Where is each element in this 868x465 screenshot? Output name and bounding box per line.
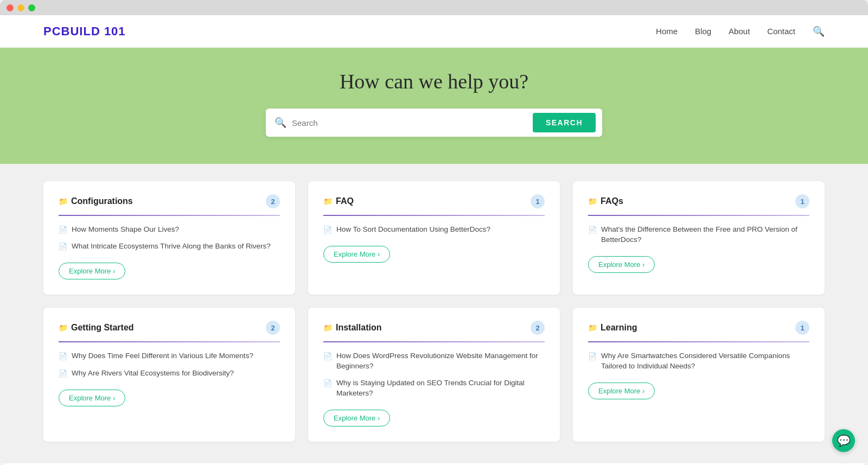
doc-icon: 📄 bbox=[323, 352, 332, 361]
folder-icon: 📁 bbox=[59, 323, 68, 332]
card-title: Getting Started bbox=[71, 323, 134, 333]
site-logo: PCBUILD 101 bbox=[43, 24, 126, 39]
doc-icon: 📄 bbox=[59, 242, 67, 252]
doc-icon: 📄 bbox=[323, 225, 332, 235]
card-count-badge: 1 bbox=[795, 194, 809, 208]
hero-section: How can we help you? 🔍 SEARCH bbox=[0, 48, 868, 164]
doc-list: 📄 Why Does Time Feel Different in Variou… bbox=[59, 351, 280, 378]
explore-more-button[interactable]: Explore More › bbox=[59, 263, 125, 279]
doc-item: 📄 How To Sort Documentation Using Better… bbox=[323, 225, 545, 235]
doc-title: What Intricate Ecosystems Thrive Along t… bbox=[72, 241, 271, 252]
card-title: FAQ bbox=[336, 196, 354, 206]
card-title: Learning bbox=[601, 323, 637, 333]
search-bar: 🔍 SEARCH bbox=[266, 109, 602, 137]
doc-list: 📄 How To Sort Documentation Using Better… bbox=[323, 225, 545, 235]
card-count-badge: 1 bbox=[795, 321, 809, 335]
card-title: Configurations bbox=[71, 196, 133, 206]
card-count-badge: 2 bbox=[266, 321, 280, 335]
traffic-light-yellow[interactable] bbox=[17, 4, 24, 11]
search-icon: 🔍 bbox=[275, 117, 286, 129]
doc-title: What's the Difference Between the Free a… bbox=[601, 225, 809, 245]
doc-item: 📄 Why Does Time Feel Different in Variou… bbox=[59, 351, 280, 361]
search-input[interactable] bbox=[292, 118, 533, 128]
category-card-getting-started: 📁 Getting Started 2 📄 Why Does Time Feel… bbox=[43, 308, 295, 442]
card-header: 📁 FAQs 1 bbox=[588, 194, 809, 208]
category-card-configurations: 📁 Configurations 2 📄 How Moments Shape O… bbox=[43, 181, 295, 295]
doc-icon: 📄 bbox=[588, 352, 597, 361]
card-title-row: 📁 Learning bbox=[588, 323, 637, 333]
nav-contact[interactable]: Contact bbox=[767, 27, 795, 36]
search-button[interactable]: SEARCH bbox=[533, 113, 596, 132]
card-divider bbox=[323, 215, 545, 216]
doc-item: 📄 How Does WordPress Revolutionize Websi… bbox=[323, 351, 545, 372]
card-divider bbox=[588, 215, 809, 216]
doc-title: Why is Staying Updated on SEO Trends Cru… bbox=[336, 378, 545, 399]
card-header: 📁 Configurations 2 bbox=[59, 194, 280, 208]
nav-search-icon[interactable]: 🔍 bbox=[813, 26, 825, 37]
doc-item: 📄 What Intricate Ecosystems Thrive Along… bbox=[59, 241, 280, 252]
card-count-badge: 2 bbox=[266, 194, 280, 208]
card-header: 📁 Installation 2 bbox=[323, 321, 545, 335]
card-divider bbox=[588, 341, 809, 342]
explore-more-button[interactable]: Explore More › bbox=[59, 390, 125, 406]
doc-item: 📄 Why Are Rivers Vital Ecosystems for Bi… bbox=[59, 368, 280, 379]
traffic-light-red[interactable] bbox=[7, 4, 14, 11]
card-header: 📁 Getting Started 2 bbox=[59, 321, 280, 335]
folder-icon: 📁 bbox=[323, 197, 333, 206]
explore-more-button[interactable]: Explore More › bbox=[323, 246, 390, 263]
card-header: 📁 Learning 1 bbox=[588, 321, 809, 335]
doc-title: Why Are Smartwatches Considered Versatil… bbox=[601, 351, 809, 372]
doc-title: Why Does Time Feel Different in Various … bbox=[72, 351, 253, 361]
card-count-badge: 2 bbox=[531, 321, 545, 335]
card-title-row: 📁 Installation bbox=[323, 323, 381, 333]
card-title-row: 📁 Configurations bbox=[59, 196, 133, 206]
site-nav: Home Blog About Contact 🔍 bbox=[656, 26, 825, 37]
explore-more-button[interactable]: Explore More › bbox=[588, 256, 655, 273]
category-card-installation: 📁 Installation 2 📄 How Does WordPress Re… bbox=[308, 308, 560, 442]
doc-item: 📄 How Moments Shape Our Lives? bbox=[59, 225, 280, 235]
explore-more-button[interactable]: Explore More › bbox=[588, 383, 655, 399]
card-divider bbox=[59, 341, 280, 342]
category-card-faq: 📁 FAQ 1 📄 How To Sort Documentation Usin… bbox=[308, 181, 560, 295]
doc-icon: 📄 bbox=[59, 225, 67, 235]
doc-icon: 📄 bbox=[59, 352, 67, 361]
card-divider bbox=[59, 215, 280, 216]
doc-item: 📄 What's the Difference Between the Free… bbox=[588, 225, 809, 245]
card-header: 📁 FAQ 1 bbox=[323, 194, 545, 208]
title-bar bbox=[0, 0, 868, 15]
card-title-row: 📁 FAQs bbox=[588, 196, 623, 206]
cards-grid: 📁 Configurations 2 📄 How Moments Shape O… bbox=[0, 164, 868, 463]
window-chrome: PCBUILD 101 Home Blog About Contact 🔍 Ho… bbox=[0, 0, 868, 465]
chat-bubble[interactable]: 💬 bbox=[832, 429, 855, 452]
folder-icon: 📁 bbox=[323, 323, 333, 332]
explore-more-button[interactable]: Explore More › bbox=[323, 410, 390, 426]
doc-icon: 📄 bbox=[59, 369, 67, 379]
doc-icon: 📄 bbox=[323, 379, 332, 388]
folder-icon: 📁 bbox=[588, 197, 597, 206]
doc-list: 📄 How Does WordPress Revolutionize Websi… bbox=[323, 351, 545, 399]
folder-icon: 📁 bbox=[588, 323, 597, 332]
card-title-row: 📁 FAQ bbox=[323, 196, 354, 206]
doc-list: 📄 What's the Difference Between the Free… bbox=[588, 225, 809, 245]
doc-list: 📄 How Moments Shape Our Lives? 📄 What In… bbox=[59, 225, 280, 252]
nav-blog[interactable]: Blog bbox=[695, 27, 711, 36]
doc-icon: 📄 bbox=[588, 225, 597, 235]
nav-about[interactable]: About bbox=[729, 27, 750, 36]
site-header: PCBUILD 101 Home Blog About Contact 🔍 bbox=[0, 15, 868, 48]
doc-title: How Moments Shape Our Lives? bbox=[72, 225, 179, 235]
hero-title: How can we help you? bbox=[340, 69, 528, 93]
folder-icon: 📁 bbox=[59, 197, 68, 206]
card-title: FAQs bbox=[601, 196, 623, 206]
doc-item: 📄 Why Are Smartwatches Considered Versat… bbox=[588, 351, 809, 372]
category-card-learning: 📁 Learning 1 📄 Why Are Smartwatches Cons… bbox=[573, 308, 825, 442]
card-divider bbox=[323, 341, 545, 342]
card-title-row: 📁 Getting Started bbox=[59, 323, 134, 333]
doc-item: 📄 Why is Staying Updated on SEO Trends C… bbox=[323, 378, 545, 399]
nav-home[interactable]: Home bbox=[656, 27, 678, 36]
doc-title: Why Are Rivers Vital Ecosystems for Biod… bbox=[72, 368, 234, 379]
card-title: Installation bbox=[336, 323, 381, 333]
category-card-faqs: 📁 FAQs 1 📄 What's the Difference Between… bbox=[573, 181, 825, 295]
doc-list: 📄 Why Are Smartwatches Considered Versat… bbox=[588, 351, 809, 372]
traffic-light-green[interactable] bbox=[28, 4, 35, 11]
doc-title: How Does WordPress Revolutionize Website… bbox=[336, 351, 545, 372]
